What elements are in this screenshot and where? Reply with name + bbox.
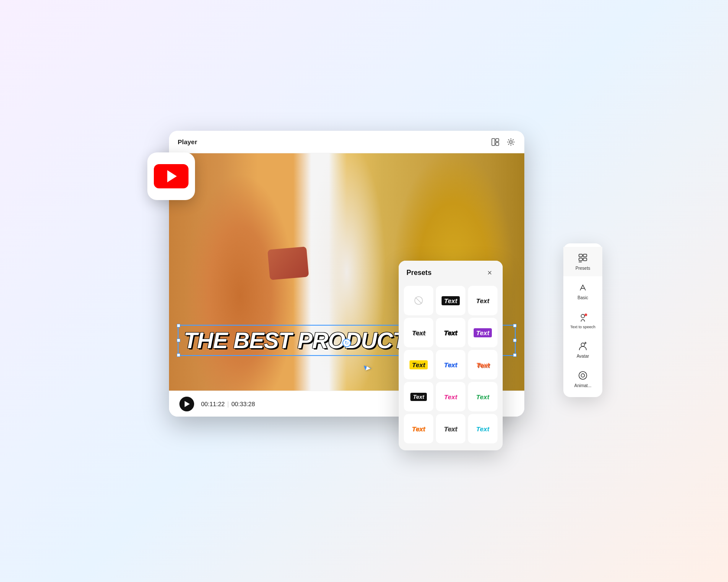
svg-point-13 [585,314,587,316]
svg-point-12 [581,314,585,318]
preset-3d[interactable]: Text [468,350,497,379]
preset-text-green: Text [476,393,489,401]
play-icon [185,401,190,407]
preset-text-outline: Text [444,329,457,336]
time-separator: | [227,401,231,407]
preset-outline[interactable]: Text [436,318,465,347]
presets-panel: Presets × Text Text Text Text Text [399,261,503,450]
preset-green[interactable]: Text [468,382,497,411]
settings-icon[interactable] [506,137,516,147]
preset-text-yellow-bg: Text [410,360,428,369]
preset-text-purple-bg: Text [474,328,492,337]
tts-icon [577,311,589,323]
sidebar-item-tts[interactable]: Text to speech [563,306,602,335]
player-titlebar: Player [169,131,524,153]
avatar-icon [577,340,589,352]
sidebar-label-animation: Animat... [574,383,591,388]
preset-dark-outline[interactable]: Text [436,414,465,443]
sidebar-item-presets[interactable]: Presets [563,247,602,276]
youtube-icon [147,152,195,200]
preset-cyan[interactable]: Text [468,414,497,443]
sidebar-label-basic: Basic [578,295,588,301]
preset-empty[interactable] [404,286,433,315]
preset-orange-outline[interactable]: Text [404,414,433,443]
preset-text-blue-outline: Text [444,361,457,369]
total-time: 00:33:28 [231,401,255,407]
preset-text-3d: Text [476,361,489,369]
handle-bot-left[interactable] [177,353,180,357]
animation-icon [577,369,589,382]
preset-yellow-bg[interactable]: Text [404,350,433,379]
preset-text-dark-bg: Text [410,393,427,401]
basic-icon [577,281,589,294]
svg-point-17 [581,374,585,377]
right-sidebar: Presets Basic Text to speech [563,243,602,397]
handle-top-left[interactable] [177,324,180,327]
preset-black-bg[interactable]: Text [436,286,465,315]
handbag-left [267,246,309,280]
svg-rect-9 [583,258,587,261]
presets-icon [577,252,589,264]
sidebar-item-avatar[interactable]: Avatar [563,335,602,364]
preset-text-dark-outline: Text [444,425,457,433]
player-title: Player [178,138,197,146]
play-button[interactable] [179,397,194,411]
presets-grid: Text Text Text Text Text Text Text [399,282,503,450]
current-time: 00:11:22 [201,401,225,407]
preset-purple-bg[interactable]: Text [468,318,497,347]
preset-text-pink: Text [444,393,457,401]
close-button[interactable]: × [484,268,495,278]
sidebar-label-tts: Text to speech [570,325,595,330]
rotate-handle[interactable]: ↻ [342,339,351,347]
preset-text-plain: Text [476,297,489,304]
handle-bot-right[interactable] [513,353,517,357]
svg-line-5 [416,297,422,304]
sidebar-label-avatar: Avatar [577,354,589,359]
sidebar-label-presets: Presets [575,266,590,271]
sidebar-item-basic[interactable]: Basic [563,276,602,306]
sidebar-item-animation[interactable]: Animat... [563,364,602,394]
preset-plain[interactable]: Text [468,286,497,315]
svg-point-14 [581,343,585,346]
svg-rect-1 [496,139,499,142]
svg-rect-7 [583,254,587,257]
preset-text-orange-outline: Text [412,425,425,433]
svg-point-3 [510,141,512,143]
titlebar-icons [491,137,516,147]
preset-pink[interactable]: Text [436,382,465,411]
youtube-logo [154,164,188,188]
preset-blue-outline[interactable]: Text [436,350,465,379]
svg-rect-6 [579,254,582,257]
scene: Player [126,96,602,486]
time-display: 00:11:22 | 00:33:28 [201,401,255,407]
preset-text-shadow: Text [412,329,425,336]
svg-rect-0 [492,139,495,146]
preset-dark-bg[interactable]: Text [404,382,433,411]
preset-text-cyan: Text [476,425,489,433]
presets-header: Presets × [399,261,503,282]
handle-mid-right[interactable] [513,339,517,342]
preset-shadow[interactable]: Text [404,318,433,347]
youtube-play-icon [167,170,177,182]
svg-point-16 [579,372,587,379]
presets-title: Presets [406,269,432,277]
handle-top-right[interactable] [513,324,517,327]
preset-text-black-bg: Text [442,296,460,305]
svg-rect-2 [496,142,499,146]
layout-icon[interactable] [491,137,500,147]
handle-mid-left[interactable] [177,339,180,342]
svg-rect-8 [579,258,582,261]
